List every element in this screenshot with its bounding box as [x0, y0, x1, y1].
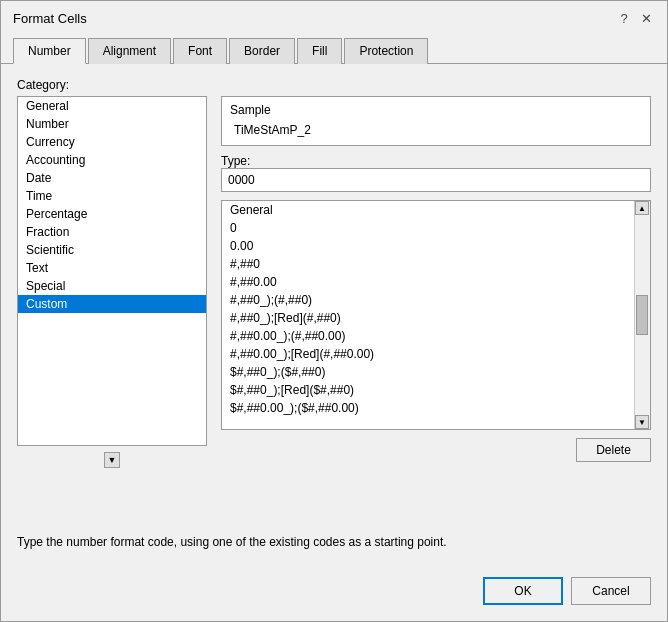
sample-value: TiMeStAmP_2 — [230, 121, 642, 139]
title-bar: Format Cells ? ✕ — [1, 1, 667, 31]
help-button[interactable]: ? — [615, 9, 633, 27]
main-row: General Number Currency Accounting Date … — [17, 96, 651, 527]
format-item-1[interactable]: #,##0_);(#,##0) — [222, 291, 650, 309]
right-panel: Sample TiMeStAmP_2 Type: General 0 0.00 … — [221, 96, 651, 527]
category-label: Category: — [17, 78, 651, 92]
category-item-special[interactable]: Special — [18, 277, 206, 295]
close-button[interactable]: ✕ — [637, 9, 655, 27]
category-listbox[interactable]: General Number Currency Accounting Date … — [17, 96, 207, 446]
dialog-body: Category: General Number Currency Accoun… — [1, 64, 667, 567]
delete-row: Delete — [221, 438, 651, 462]
tab-font[interactable]: Font — [173, 38, 227, 64]
category-item-number[interactable]: Number — [18, 115, 206, 133]
category-item-time[interactable]: Time — [18, 187, 206, 205]
category-item-percentage[interactable]: Percentage — [18, 205, 206, 223]
tab-fill[interactable]: Fill — [297, 38, 342, 64]
category-item-date[interactable]: Date — [18, 169, 206, 187]
scroll-down-arrow[interactable]: ▼ — [104, 452, 120, 468]
format-item-general[interactable]: General — [222, 201, 650, 219]
hint-text: Type the number format code, using one o… — [17, 527, 651, 553]
ok-button[interactable]: OK — [483, 577, 563, 605]
delete-button[interactable]: Delete — [576, 438, 651, 462]
category-scroll: ▼ — [17, 452, 207, 468]
sample-box: Sample TiMeStAmP_2 — [221, 96, 651, 146]
format-item-0[interactable]: 0 — [222, 219, 650, 237]
category-item-general[interactable]: General — [18, 97, 206, 115]
format-item-3[interactable]: #,##0.00_);(#,##0.00) — [222, 327, 650, 345]
format-cells-dialog: Format Cells ? ✕ Number Alignment Font B… — [0, 0, 668, 622]
format-item-7[interactable]: $#,##0.00_);($#,##0.00) — [222, 399, 650, 417]
format-list-scrollbar: ▲ ▼ — [634, 201, 650, 429]
category-item-scientific[interactable]: Scientific — [18, 241, 206, 259]
format-item-0.00[interactable]: 0.00 — [222, 237, 650, 255]
tabs-container: Number Alignment Font Border Fill Protec… — [1, 31, 667, 64]
tab-border[interactable]: Border — [229, 38, 295, 64]
category-item-currency[interactable]: Currency — [18, 133, 206, 151]
tab-number[interactable]: Number — [13, 38, 86, 64]
dialog-title: Format Cells — [13, 11, 87, 26]
format-item-hash##0[interactable]: #,##0 — [222, 255, 650, 273]
type-label: Type: — [221, 154, 651, 168]
category-item-accounting[interactable]: Accounting — [18, 151, 206, 169]
scroll-thumb — [636, 295, 648, 335]
format-item-5[interactable]: $#,##0_);($#,##0) — [222, 363, 650, 381]
format-list[interactable]: General 0 0.00 #,##0 #,##0.00 #,##0_);(#… — [221, 200, 651, 430]
category-item-fraction[interactable]: Fraction — [18, 223, 206, 241]
tab-alignment[interactable]: Alignment — [88, 38, 171, 64]
type-section: Type: — [221, 154, 651, 192]
format-item-4[interactable]: #,##0.00_);[Red](#,##0.00) — [222, 345, 650, 363]
title-bar-buttons: ? ✕ — [615, 9, 655, 27]
type-input[interactable] — [221, 168, 651, 192]
category-panel: General Number Currency Accounting Date … — [17, 96, 207, 527]
list-scroll-up[interactable]: ▲ — [635, 201, 649, 215]
format-item-6[interactable]: $#,##0_);[Red]($#,##0) — [222, 381, 650, 399]
list-scroll-down[interactable]: ▼ — [635, 415, 649, 429]
category-item-text[interactable]: Text — [18, 259, 206, 277]
cancel-button[interactable]: Cancel — [571, 577, 651, 605]
category-item-custom[interactable]: Custom — [18, 295, 206, 313]
tab-protection[interactable]: Protection — [344, 38, 428, 64]
sample-label: Sample — [230, 103, 642, 117]
format-item-hash##0.00[interactable]: #,##0.00 — [222, 273, 650, 291]
format-item-2[interactable]: #,##0_);[Red](#,##0) — [222, 309, 650, 327]
dialog-footer: OK Cancel — [1, 567, 667, 621]
